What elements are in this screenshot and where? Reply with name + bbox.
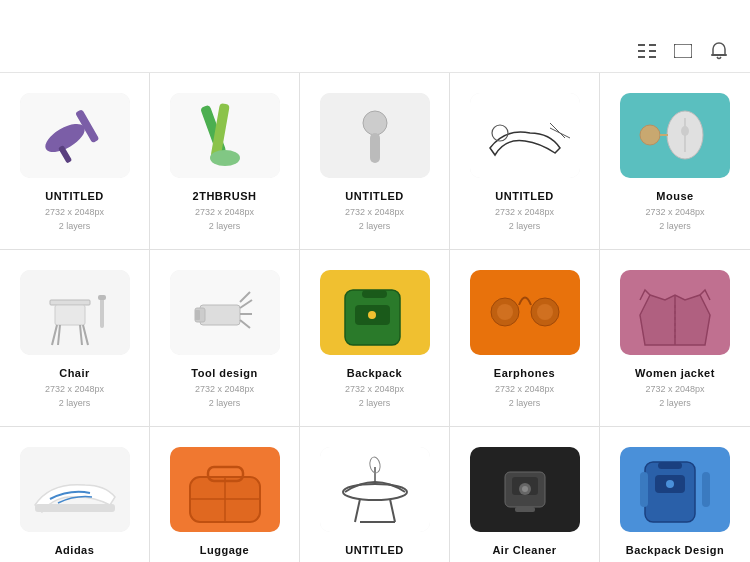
list-item[interactable]: Earphones2732 x 2048px2 layers [450, 250, 600, 426]
svg-point-55 [537, 304, 553, 320]
item-name: Adidas [55, 544, 95, 556]
list-item[interactable]: 2THBRUSH2732 x 2048px2 layers [150, 73, 300, 249]
svg-rect-84 [702, 472, 710, 507]
item-meta: 2732 x 2048px2 layers [195, 383, 254, 410]
grid-row-1: Chair2732 x 2048px2 layers Tool design27… [0, 250, 750, 427]
grid-row-0: UNTITLED2732 x 2048px2 layers 2THBRUSH27… [0, 73, 750, 250]
item-thumbnail [170, 447, 280, 532]
svg-rect-3 [649, 50, 656, 52]
svg-rect-39 [200, 305, 240, 325]
item-meta: 2732 x 2048px2 layers [645, 206, 704, 233]
svg-rect-51 [470, 270, 580, 355]
item-meta: 2732 x 2048px2 layers [645, 383, 704, 410]
svg-rect-19 [470, 93, 580, 178]
item-name: Backpack Design [626, 544, 725, 556]
item-name: UNTITLED [345, 544, 403, 556]
svg-point-53 [497, 304, 513, 320]
list-item[interactable]: UNTITLED2732 x 2048px2 layers [300, 427, 450, 562]
item-name: UNTITLED [495, 190, 553, 202]
item-thumbnail [470, 93, 580, 178]
svg-rect-65 [320, 447, 430, 532]
svg-rect-0 [638, 44, 645, 46]
grid-view-icon[interactable] [636, 40, 658, 62]
list-item[interactable]: Backpack2732 x 2048px2 layers [300, 250, 450, 426]
svg-rect-59 [35, 504, 115, 512]
item-thumbnail [470, 447, 580, 532]
item-meta: 2732 x 2048px2 layers [495, 383, 554, 410]
list-item[interactable]: Chair2732 x 2048px2 layers [0, 250, 150, 426]
list-item[interactable]: UNTITLED2732 x 2048px2 layers [0, 73, 150, 249]
item-thumbnail [620, 93, 730, 178]
svg-rect-36 [100, 298, 104, 328]
list-item[interactable]: UNTITLED2732 x 2048px2 layers [300, 73, 450, 249]
svg-point-15 [210, 150, 240, 166]
item-thumbnail [20, 447, 130, 532]
item-name: Earphones [494, 367, 555, 379]
svg-rect-6 [674, 44, 692, 58]
list-item[interactable]: Women jacket2732 x 2048px2 layers [600, 250, 750, 426]
toolbar [0, 30, 750, 73]
app-header [0, 0, 750, 30]
toolbar-right [636, 40, 730, 62]
item-meta: 2732 x 2048px2 layers [495, 206, 554, 233]
item-thumbnail [20, 270, 130, 355]
svg-point-27 [640, 125, 660, 145]
item-thumbnail [320, 270, 430, 355]
list-item[interactable]: Air Cleaner2732 x 2048px2 layers [450, 427, 600, 562]
item-name: Luggage [200, 544, 249, 556]
item-name: Air Cleaner [492, 544, 556, 556]
item-meta: 2732 x 2048px2 layers [345, 383, 404, 410]
item-name: Chair [59, 367, 90, 379]
svg-rect-75 [515, 507, 535, 512]
svg-rect-50 [362, 290, 387, 298]
item-thumbnail [320, 447, 430, 532]
list-view-icon[interactable] [672, 40, 694, 62]
item-meta: 2732 x 2048px2 layers [195, 206, 254, 233]
svg-rect-30 [50, 300, 90, 305]
list-item[interactable]: Tool design2732 x 2048px2 layers [150, 250, 300, 426]
item-thumbnail [620, 447, 730, 532]
item-name: Mouse [656, 190, 693, 202]
svg-point-17 [363, 111, 387, 135]
item-meta: 2732 x 2048px2 layers [45, 383, 104, 410]
svg-rect-1 [649, 44, 656, 46]
item-thumbnail [20, 93, 130, 178]
item-name: 2THBRUSH [193, 190, 257, 202]
item-thumbnail [170, 93, 280, 178]
item-meta: 2732 x 2048px2 layers [45, 206, 104, 233]
list-item[interactable]: Backpack Design2732 x 2048px2 layers [600, 427, 750, 562]
item-thumbnail [320, 93, 430, 178]
svg-rect-83 [640, 472, 648, 507]
item-thumbnail [170, 270, 280, 355]
item-name: Women jacket [635, 367, 715, 379]
notifications-icon[interactable] [708, 40, 730, 62]
svg-rect-5 [649, 56, 656, 58]
list-item[interactable]: UNTITLED2732 x 2048px2 layers [450, 73, 600, 249]
list-item[interactable]: Adidas2732 x 2048px2 layers [0, 427, 150, 562]
svg-rect-37 [98, 295, 106, 300]
grid-row-2: Adidas2732 x 2048px2 layers Luggage2732 … [0, 427, 750, 562]
item-name: Backpack [347, 367, 402, 379]
svg-rect-31 [55, 305, 85, 325]
svg-rect-2 [638, 50, 645, 52]
svg-rect-7 [711, 54, 727, 56]
item-name: UNTITLED [45, 190, 103, 202]
svg-rect-82 [658, 462, 682, 469]
item-name: UNTITLED [345, 190, 403, 202]
item-thumbnail [620, 270, 730, 355]
item-meta: 2732 x 2048px2 layers [345, 206, 404, 233]
item-thumbnail [470, 270, 580, 355]
svg-point-26 [681, 126, 689, 136]
svg-rect-18 [370, 133, 380, 163]
svg-point-81 [666, 480, 674, 488]
svg-rect-4 [638, 56, 645, 58]
svg-rect-41 [195, 310, 200, 320]
grid-container: UNTITLED2732 x 2048px2 layers 2THBRUSH27… [0, 73, 750, 562]
svg-point-49 [368, 311, 376, 319]
item-name: Tool design [191, 367, 257, 379]
svg-point-77 [522, 486, 528, 492]
list-item[interactable]: Luggage2732 x 2048px2 layers [150, 427, 300, 562]
list-item[interactable]: Mouse2732 x 2048px2 layers [600, 73, 750, 249]
